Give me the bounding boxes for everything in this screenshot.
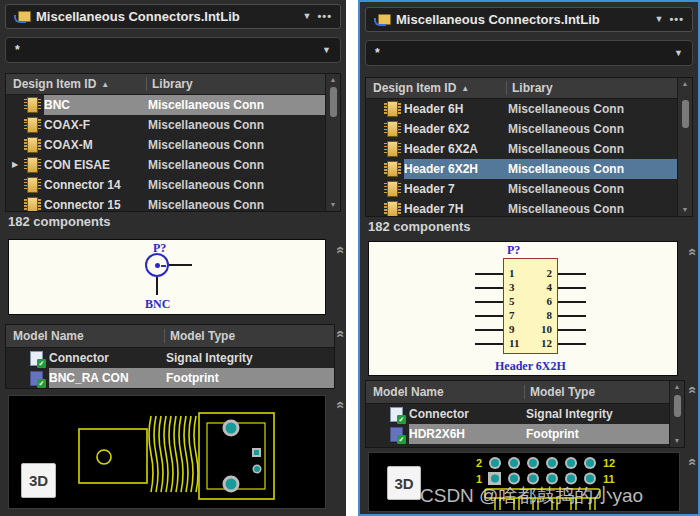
check-icon: ✓ — [397, 415, 406, 424]
component-row[interactable]: Header 7Miscellaneous Conn — [366, 179, 677, 199]
model-list: Model Name Model Type ✓ ConnectorSignal … — [5, 324, 335, 389]
scroll-down-icon[interactable]: ▼ — [330, 201, 337, 209]
view-3d-button[interactable]: 3D — [387, 466, 421, 500]
component-name-label: Header 6X2H — [495, 360, 566, 372]
chevron-down-icon[interactable]: ▼ — [303, 12, 312, 21]
scroll-up-icon[interactable]: ▲ — [330, 76, 337, 84]
footprint-model-icon: ✓ — [390, 427, 403, 442]
check-icon: ✓ — [397, 435, 406, 444]
libraries-panels-screenshot: Miscellaneous Connectors.IntLib ▼ ••• * … — [0, 0, 700, 516]
column-design-item-id[interactable]: Design Item ID ▲ — [6, 77, 146, 91]
component-chip-icon — [27, 97, 38, 113]
component-row[interactable]: Connector 15Miscellaneous Conn — [6, 195, 325, 211]
expand-arrow-icon[interactable]: ▶ — [12, 161, 24, 169]
scrollbar-thumb[interactable] — [674, 395, 681, 417]
model-row[interactable]: ✓ ConnectorSignal Integrity — [366, 404, 669, 424]
column-model-type[interactable]: Model Type — [524, 385, 669, 399]
model-list: Model Name Model Type ✓ ConnectorSignal … — [365, 380, 685, 448]
scroll-up-icon[interactable]: ▲ — [674, 383, 681, 391]
component-row[interactable]: Header 7HMiscellaneous Conn — [366, 199, 677, 216]
component-row[interactable]: Header 6X2Miscellaneous Conn — [366, 119, 677, 139]
pin-line — [475, 329, 503, 331]
model-list-header: Model Name Model Type — [366, 381, 669, 404]
schematic-preview[interactable]: P? BNC — [8, 239, 326, 315]
schematic-preview[interactable]: P? 1 3 5 7 9 11 2 4 6 8 — [368, 241, 678, 376]
component-row[interactable]: Header 6X2HMiscellaneous Conn — [366, 159, 677, 179]
integrated-library-icon — [14, 11, 30, 23]
collapse-section-icon[interactable]: » — [684, 386, 698, 394]
watermark-text: CSDN @啥都鼓捣的小yao — [420, 483, 643, 509]
column-model-name[interactable]: Model Name — [366, 385, 524, 399]
pin-line — [558, 301, 586, 303]
column-model-name[interactable]: Model Name — [6, 329, 164, 343]
component-chip-icon — [27, 137, 38, 153]
model-row[interactable]: ✓ ConnectorSignal Integrity — [6, 348, 334, 368]
component-row[interactable]: Connector 14Miscellaneous Conn — [6, 175, 325, 195]
scroll-down-icon[interactable]: ▼ — [674, 437, 681, 445]
signal-integrity-model-icon: ✓ — [390, 407, 403, 422]
model-row[interactable]: ✓ BNC_RA CONFootprint — [6, 368, 334, 388]
column-model-type[interactable]: Model Type — [164, 329, 334, 343]
pin-line — [156, 277, 158, 295]
signal-integrity-model-icon: ✓ — [30, 351, 43, 366]
library-selector[interactable]: Miscellaneous Connectors.IntLib ▼ ••• — [365, 7, 693, 32]
integrated-library-icon — [374, 14, 390, 26]
view-3d-button[interactable]: 3D — [21, 463, 56, 498]
filter-input[interactable]: * ▼ — [365, 40, 693, 66]
component-chip-icon — [387, 201, 398, 216]
chevron-down-icon[interactable]: ▼ — [674, 49, 683, 58]
collapse-section-icon[interactable]: » — [684, 248, 698, 256]
footprint-model-icon: ✓ — [30, 371, 43, 386]
component-row[interactable]: COAX-FMiscellaneous Conn — [6, 115, 325, 135]
pin-line — [475, 287, 503, 289]
chevron-down-icon[interactable]: ▼ — [655, 15, 664, 24]
sort-ascending-icon: ▲ — [461, 84, 469, 93]
footprint-3d-preview[interactable]: 3D — [8, 395, 326, 509]
library-selector[interactable]: Miscellaneous Connectors.IntLib ▼ ••• — [5, 4, 341, 29]
designator-label: P? — [507, 244, 520, 256]
component-count: 182 components — [368, 219, 471, 234]
component-chip-icon — [387, 181, 398, 197]
scroll-down-icon[interactable]: ▼ — [682, 206, 689, 214]
more-menu-icon[interactable]: ••• — [317, 11, 332, 22]
component-list-header: Design Item ID ▲ Library — [366, 78, 677, 99]
component-list: Design Item ID ▲ Library BNCMiscellaneou… — [5, 73, 341, 212]
component-chip-icon — [27, 117, 38, 133]
pin-line — [558, 329, 586, 331]
column-library[interactable]: Library — [146, 77, 325, 91]
column-design-item-id[interactable]: Design Item ID ▲ — [366, 81, 506, 95]
collapse-section-icon[interactable]: » — [332, 246, 346, 254]
list-scrollbar[interactable]: ▲ ▼ — [677, 78, 692, 216]
scroll-up-icon[interactable]: ▲ — [682, 80, 689, 88]
collapse-section-icon[interactable]: » — [332, 330, 346, 338]
model-row[interactable]: ✓ HDR2X6HFootprint — [366, 424, 669, 444]
component-name-label: BNC — [145, 298, 170, 310]
filter-value: * — [15, 43, 322, 57]
component-row[interactable]: BNCMiscellaneous Conn — [6, 95, 325, 115]
component-row[interactable]: COAX-MMiscellaneous Conn — [6, 135, 325, 155]
filter-input[interactable]: * ▼ — [5, 37, 341, 63]
component-chip-icon — [387, 121, 398, 137]
pin-line — [475, 301, 503, 303]
column-library[interactable]: Library — [506, 81, 677, 95]
list-scrollbar[interactable]: ▲ ▼ — [325, 74, 340, 211]
pin-line — [169, 264, 192, 266]
library-panel-left: Miscellaneous Connectors.IntLib ▼ ••• * … — [0, 0, 346, 516]
library-title: Miscellaneous Connectors.IntLib — [36, 9, 297, 24]
more-menu-icon[interactable]: ••• — [669, 14, 684, 25]
component-chip-icon — [27, 157, 38, 173]
component-row[interactable]: ▶ CON EISAEMiscellaneous Conn — [6, 155, 325, 175]
component-row[interactable]: Header 6HMiscellaneous Conn — [366, 99, 677, 119]
model-scrollbar[interactable]: ▲ ▼ — [669, 381, 684, 447]
component-chip-icon — [27, 197, 38, 211]
component-row[interactable]: Header 6X2AMiscellaneous Conn — [366, 139, 677, 159]
component-chip-icon — [387, 161, 398, 177]
footprint-label: 12 — [603, 457, 615, 469]
collapse-section-icon[interactable]: » — [684, 458, 698, 466]
component-list: Design Item ID ▲ Library Header 6HMiscel… — [365, 77, 693, 217]
component-chip-icon — [387, 101, 398, 117]
scrollbar-thumb[interactable] — [330, 87, 337, 117]
chevron-down-icon[interactable]: ▼ — [322, 46, 331, 55]
scrollbar-thumb[interactable] — [682, 100, 689, 128]
collapse-section-icon[interactable]: » — [332, 401, 346, 409]
